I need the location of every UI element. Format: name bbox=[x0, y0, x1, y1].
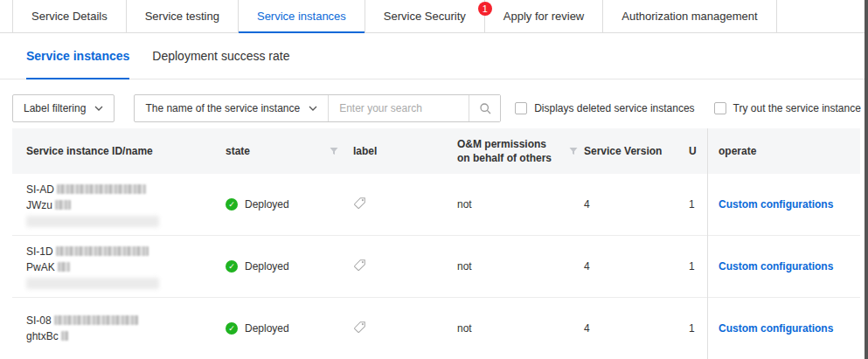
tab-label: Service testing bbox=[145, 10, 219, 23]
state-text: Deployed bbox=[245, 198, 289, 211]
header-operate: operate bbox=[707, 145, 860, 157]
vertical-scrollbar[interactable] bbox=[865, 0, 868, 359]
tab-service-testing[interactable]: Service testing bbox=[127, 0, 239, 32]
checkbox-deleted-instances[interactable]: Displays deleted service instances bbox=[515, 102, 694, 114]
filter-funnel-icon[interactable] bbox=[329, 146, 339, 156]
header-label: label bbox=[353, 145, 457, 157]
instance-name-prefix: PwAK bbox=[26, 261, 55, 273]
redacted-name-block bbox=[58, 262, 70, 272]
header-id: Service instance ID/name bbox=[12, 145, 226, 157]
search-input[interactable] bbox=[329, 95, 469, 121]
table-header-row: Service instance ID/name state label O&M… bbox=[12, 128, 860, 174]
header-version: Service Version bbox=[584, 145, 689, 157]
subtab-label: Deployment success rate bbox=[152, 49, 289, 63]
tab-service-details[interactable]: Service Details bbox=[12, 0, 127, 32]
label-cell bbox=[353, 197, 457, 212]
subtab-deployment-success-rate[interactable]: Deployment success rate bbox=[152, 33, 289, 79]
state-cell: ✓ Deployed bbox=[226, 260, 353, 273]
instance-name-prefix: ghtxBc bbox=[26, 330, 59, 342]
deployed-check-icon: ✓ bbox=[226, 198, 238, 211]
custom-configurations-link[interactable]: Custom configurations bbox=[719, 198, 833, 211]
deployed-check-icon: ✓ bbox=[226, 322, 238, 335]
truncated-cell: 1 bbox=[689, 198, 707, 211]
custom-configurations-link[interactable]: Custom configurations bbox=[719, 322, 833, 335]
tab-label: Service Security bbox=[384, 10, 466, 23]
header-truncated: U bbox=[689, 145, 707, 157]
instance-id-cell: SI-AD JWzu bbox=[12, 182, 226, 227]
instance-id-cell: SI-08 ghtxBc bbox=[12, 313, 226, 344]
subtab-label: Service instances bbox=[26, 49, 129, 63]
instance-id-prefix: SI-08 bbox=[26, 314, 52, 327]
label-cell bbox=[353, 259, 457, 274]
instance-id-prefix: SI-AD bbox=[26, 183, 54, 196]
search-group: The name of the service instance bbox=[134, 94, 501, 122]
om-cell: not bbox=[457, 260, 584, 273]
tag-icon[interactable] bbox=[353, 259, 366, 272]
truncated-cell: 1 bbox=[689, 322, 707, 335]
table-row: SI-AD JWzu ✓ Deployed not 4 1 Custom con… bbox=[12, 174, 860, 236]
version-cell: 4 bbox=[584, 260, 689, 273]
redacted-id-block bbox=[57, 184, 146, 194]
instance-name-prefix: JWzu bbox=[26, 199, 52, 211]
search-category-dropdown[interactable]: The name of the service instance bbox=[135, 95, 329, 121]
state-cell: ✓ Deployed bbox=[226, 198, 353, 211]
tab-service-security[interactable]: Service Security 1 bbox=[365, 0, 485, 32]
search-icon bbox=[479, 102, 491, 114]
redacted-smudge bbox=[26, 216, 159, 227]
custom-configurations-link[interactable]: Custom configurations bbox=[719, 260, 833, 273]
tab-authorization-management[interactable]: Authorization management bbox=[603, 0, 776, 32]
deployed-check-icon: ✓ bbox=[226, 260, 238, 273]
state-text: Deployed bbox=[245, 260, 289, 273]
label-filtering-text: Label filtering bbox=[24, 102, 86, 114]
state-cell: ✓ Deployed bbox=[226, 322, 353, 335]
chevron-down-icon bbox=[94, 106, 103, 111]
table-row: SI-08 ghtxBc ✓ Deployed not 4 1 Custom c… bbox=[12, 298, 860, 359]
tab-apply-for-review[interactable]: Apply for review bbox=[485, 0, 603, 32]
checkbox-icon bbox=[714, 102, 726, 114]
subtab-service-instances[interactable]: Service instances bbox=[26, 33, 129, 79]
state-text: Deployed bbox=[245, 322, 289, 335]
header-state-text: state bbox=[226, 145, 250, 157]
redacted-name-block bbox=[61, 331, 68, 341]
tab-label: Service Details bbox=[31, 10, 108, 23]
tab-service-instances[interactable]: Service instances bbox=[239, 0, 365, 32]
table-row: SI-1D PwAK ✓ Deployed not 4 1 Custom con… bbox=[12, 236, 860, 298]
redacted-smudge bbox=[26, 278, 159, 289]
top-tab-bar: Service Details Service testing Service … bbox=[0, 0, 868, 33]
tag-icon[interactable] bbox=[353, 197, 366, 210]
header-om-text: O&M permissions on behalf of others bbox=[457, 137, 557, 165]
redacted-id-block bbox=[54, 315, 138, 325]
checkbox-icon bbox=[515, 102, 527, 114]
header-om: O&M permissions on behalf of others bbox=[457, 137, 584, 165]
om-cell: not bbox=[457, 198, 584, 211]
label-filtering-dropdown[interactable]: Label filtering bbox=[12, 94, 115, 122]
filter-funnel-icon[interactable] bbox=[568, 146, 579, 156]
instance-id-cell: SI-1D PwAK bbox=[12, 244, 226, 289]
truncated-cell: 1 bbox=[689, 260, 707, 273]
instance-id-prefix: SI-1D bbox=[26, 245, 53, 258]
service-instances-table: Service instance ID/name state label O&M… bbox=[12, 128, 860, 359]
version-cell: 4 bbox=[584, 322, 689, 335]
sub-tab-bar: Service instances Deployment success rat… bbox=[0, 33, 868, 79]
tab-label: Authorization management bbox=[621, 10, 757, 23]
checkbox-try-label: Try out the service instance bbox=[733, 102, 861, 114]
notification-badge: 1 bbox=[478, 2, 492, 16]
checkbox-deleted-label: Displays deleted service instances bbox=[534, 102, 694, 114]
tab-label: Service instances bbox=[257, 10, 346, 23]
redacted-name-block bbox=[55, 200, 71, 210]
om-cell: not bbox=[457, 322, 584, 335]
filter-bar: Label filtering The name of the service … bbox=[12, 94, 856, 122]
search-button[interactable] bbox=[469, 95, 500, 121]
header-state: state bbox=[226, 145, 353, 157]
tab-label: Apply for review bbox=[503, 10, 584, 23]
chevron-down-icon bbox=[309, 106, 317, 111]
checkbox-try-instance[interactable]: Try out the service instance bbox=[714, 102, 861, 114]
redacted-id-block bbox=[56, 246, 149, 256]
search-category-text: The name of the service instance bbox=[145, 102, 300, 114]
tag-icon[interactable] bbox=[353, 321, 366, 334]
version-cell: 4 bbox=[584, 198, 689, 211]
label-cell bbox=[353, 321, 457, 336]
